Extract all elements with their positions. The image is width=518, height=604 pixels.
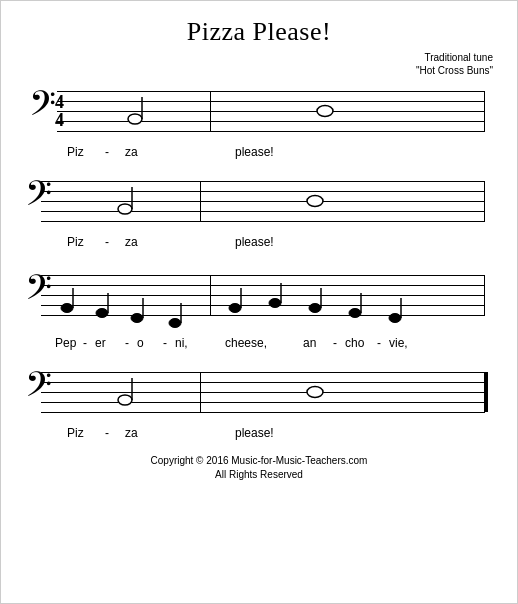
subtitle: Traditional tune "Hot Cross Buns" bbox=[25, 51, 493, 77]
lyric-word: please! bbox=[235, 235, 274, 249]
lyric-word: - bbox=[83, 336, 87, 350]
staff-section-3: 𝄢 bbox=[25, 263, 493, 354]
lyric-word: - bbox=[377, 336, 381, 350]
lyric-word: - bbox=[105, 235, 109, 249]
lyric-word: cho bbox=[345, 336, 364, 350]
lyrics-4: Piz - za please! bbox=[25, 426, 493, 444]
staff-section-1: 𝄢 4 4 Piz bbox=[25, 83, 493, 163]
lyric-word: Piz bbox=[67, 145, 84, 159]
staff-4: 𝄢 bbox=[25, 364, 493, 424]
svg-point-0 bbox=[118, 204, 132, 214]
lyric-word: za bbox=[125, 235, 138, 249]
page-title: Pizza Please! bbox=[25, 17, 493, 47]
note bbox=[128, 114, 142, 124]
svg-point-18 bbox=[349, 309, 361, 318]
notes-svg-2 bbox=[25, 173, 493, 233]
svg-point-12 bbox=[229, 304, 241, 313]
lyric-word: please! bbox=[235, 426, 274, 440]
staff-section-2: 𝄢 Piz - za please! bbox=[25, 173, 493, 253]
lyric-word: please! bbox=[235, 145, 274, 159]
svg-point-20 bbox=[389, 314, 401, 323]
svg-point-3 bbox=[311, 198, 319, 204]
staff-2: 𝄢 bbox=[25, 173, 493, 233]
notes-svg-3 bbox=[25, 263, 493, 328]
lyric-word: za bbox=[125, 426, 138, 440]
lyric-word: - bbox=[125, 336, 129, 350]
lyric-word: an bbox=[303, 336, 316, 350]
copyright: Copyright © 2016 Music-for-Music-Teacher… bbox=[25, 454, 493, 482]
copyright-line2: All Rights Reserved bbox=[215, 469, 303, 480]
lyric-word: cheese, bbox=[225, 336, 267, 350]
lyric-word: o bbox=[137, 336, 144, 350]
lyric-word: er bbox=[95, 336, 106, 350]
svg-point-4 bbox=[61, 304, 73, 313]
lyric-word: - bbox=[333, 336, 337, 350]
lyric-word: Piz bbox=[67, 426, 84, 440]
staff-section-4: 𝄢 Piz - za please! bbox=[25, 364, 493, 444]
svg-point-10 bbox=[169, 319, 181, 328]
svg-point-16 bbox=[309, 304, 321, 313]
staff-3: 𝄢 bbox=[25, 263, 493, 328]
notes-svg-4 bbox=[25, 364, 493, 424]
lyric-word: ni, bbox=[175, 336, 188, 350]
copyright-line1: Copyright © 2016 Music-for-Music-Teacher… bbox=[151, 455, 368, 466]
lyrics-2: Piz - za please! bbox=[25, 235, 493, 253]
staff-1: 𝄢 4 4 bbox=[25, 83, 493, 143]
lyric-word: - bbox=[105, 145, 109, 159]
svg-point-22 bbox=[118, 395, 132, 405]
svg-point-14 bbox=[269, 299, 281, 308]
music-sheet: Pizza Please! Traditional tune "Hot Cros… bbox=[0, 0, 518, 604]
notes-svg-1 bbox=[25, 83, 493, 143]
lyric-word: vie, bbox=[389, 336, 408, 350]
lyric-word: - bbox=[163, 336, 167, 350]
note-hole bbox=[321, 108, 329, 114]
svg-point-6 bbox=[96, 309, 108, 318]
lyrics-1: Piz - za please! bbox=[25, 145, 493, 163]
lyrics-3: Pep - er - o - ni, cheese, an - cho - vi… bbox=[25, 336, 493, 354]
lyric-word: Pep bbox=[55, 336, 76, 350]
lyric-word: Piz bbox=[67, 235, 84, 249]
lyric-word: za bbox=[125, 145, 138, 159]
lyric-word: - bbox=[105, 426, 109, 440]
svg-point-25 bbox=[311, 389, 319, 395]
svg-point-8 bbox=[131, 314, 143, 323]
